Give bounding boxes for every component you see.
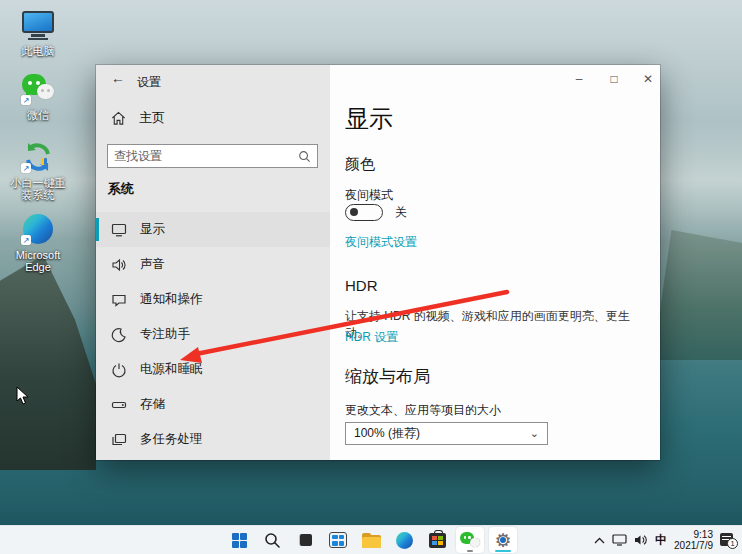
scale-dropdown-value: 100% (推荐) — [354, 425, 420, 442]
file-explorer-button[interactable] — [357, 527, 385, 553]
active-indicator — [495, 550, 511, 553]
sidebar-item-label: 多任务处理 — [140, 431, 203, 448]
desktop-icon-label: Microsoft Edge — [6, 249, 70, 273]
sidebar-section-system: 系统 — [108, 180, 134, 198]
wechat-taskbar-button[interactable] — [456, 527, 484, 553]
desktop-cliff — [0, 255, 96, 470]
xiaobai-reinstall-icon: ↗ — [20, 140, 56, 174]
sidebar-item-label: 显示 — [140, 221, 165, 238]
power-icon — [110, 361, 127, 378]
sidebar-item-label: 通知和操作 — [140, 291, 203, 308]
window-title: 设置 — [137, 74, 161, 91]
sidebar-item-power-sleep[interactable]: 电源和睡眠 — [96, 352, 330, 387]
taskbar-search-button[interactable] — [258, 527, 286, 553]
sidebar-item-home[interactable]: 主页 — [110, 109, 165, 127]
maximize-button[interactable]: □ — [601, 69, 627, 89]
sidebar-item-sound[interactable]: 声音 — [96, 247, 330, 282]
notification-badge: 1 — [727, 538, 738, 549]
store-icon — [429, 533, 446, 548]
sidebar-item-multitasking[interactable]: 多任务处理 — [96, 422, 330, 457]
color-section-heading: 颜色 — [345, 155, 375, 174]
hdr-settings-link[interactable]: HDR 设置 — [345, 329, 398, 346]
display-icon — [110, 221, 127, 238]
sidebar-item-label: 电源和睡眠 — [140, 361, 203, 378]
taskbar: ⚙ 中 9:13 2021/7/9 1 — [0, 525, 742, 554]
desktop-hill — [656, 230, 742, 360]
wechat-icon — [460, 531, 480, 549]
taskbar-center-icons: ⚙ — [225, 526, 517, 554]
notification-center-button[interactable]: 1 — [720, 533, 737, 548]
desktop-icon-xiaobai[interactable]: ↗ 小白一键重装系统 — [6, 140, 70, 201]
running-indicator — [467, 550, 473, 553]
sidebar-item-label: 专注助手 — [140, 326, 190, 343]
night-light-toggle[interactable] — [345, 204, 383, 221]
settings-sidebar: 主页 系统 显示 — [96, 65, 330, 460]
desktop: 此电脑 ↗ 微信 ↗ 小白一键重装系统 ↗ Microsoft Edge — [0, 0, 742, 554]
microsoft-store-button[interactable] — [423, 527, 451, 553]
focus-assist-icon — [110, 326, 127, 343]
ime-indicator[interactable]: 中 — [655, 532, 667, 549]
notifications-icon — [110, 291, 127, 308]
desktop-icon-label: 此电脑 — [22, 45, 55, 57]
edge-button[interactable] — [390, 527, 418, 553]
sidebar-nav: 显示 声音 通知和操作 — [96, 212, 330, 457]
night-light-label: 夜间模式 — [345, 187, 393, 204]
page-title: 显示 — [345, 103, 393, 135]
toggle-state-label: 关 — [395, 204, 407, 221]
edge-icon: ↗ — [20, 212, 56, 246]
wechat-icon: ↗ — [20, 72, 56, 106]
settings-taskbar-button[interactable]: ⚙ — [489, 527, 517, 553]
tray-clock[interactable]: 9:13 2021/7/9 — [674, 529, 713, 552]
edge-icon — [396, 532, 413, 549]
widgets-button[interactable] — [324, 527, 352, 553]
sidebar-item-display[interactable]: 显示 — [96, 212, 330, 247]
start-button[interactable] — [225, 527, 253, 553]
home-icon — [110, 110, 127, 127]
gear-icon: ⚙ — [493, 530, 513, 550]
close-button[interactable]: ✕ — [635, 69, 661, 89]
sound-icon — [110, 256, 127, 273]
search-icon[interactable] — [298, 150, 311, 163]
scale-size-label: 更改文本、应用等项目的大小 — [345, 402, 501, 419]
desktop-icon-edge[interactable]: ↗ Microsoft Edge — [6, 212, 70, 273]
tray-date: 2021/7/9 — [674, 540, 713, 552]
windows-logo-icon — [232, 533, 247, 548]
desktop-icon-wechat[interactable]: ↗ 微信 — [6, 72, 70, 121]
sidebar-item-label: 声音 — [140, 256, 165, 273]
tray-chevron-up-icon[interactable] — [594, 537, 605, 544]
chevron-down-icon: ⌄ — [530, 427, 539, 440]
search-input[interactable] — [108, 149, 298, 163]
tray-time: 9:13 — [674, 529, 713, 541]
sidebar-item-storage[interactable]: 存储 — [96, 387, 330, 422]
desktop-icon-label: 小白一键重装系统 — [6, 177, 70, 201]
sidebar-item-notifications[interactable]: 通知和操作 — [96, 282, 330, 317]
this-pc-icon — [20, 8, 56, 42]
task-view-button[interactable] — [291, 527, 319, 553]
network-icon[interactable] — [612, 534, 627, 546]
volume-icon[interactable] — [634, 534, 648, 546]
shortcut-arrow-icon: ↗ — [21, 163, 31, 173]
desktop-icon-this-pc[interactable]: 此电脑 — [6, 8, 70, 57]
mouse-cursor — [16, 386, 29, 405]
sidebar-item-focus-assist[interactable]: 专注助手 — [96, 317, 330, 352]
folder-icon — [362, 533, 381, 548]
night-light-settings-link[interactable]: 夜间模式设置 — [345, 234, 417, 251]
toggle-knob — [350, 208, 358, 216]
back-button[interactable]: ← — [108, 70, 128, 90]
search-icon — [264, 532, 281, 549]
settings-search-box — [107, 144, 318, 168]
shortcut-arrow-icon: ↗ — [21, 95, 31, 105]
sidebar-item-label: 存储 — [140, 396, 165, 413]
multitasking-icon — [110, 431, 127, 448]
scale-section-heading: 缩放与布局 — [345, 365, 430, 388]
hdr-section-heading: HDR — [345, 277, 378, 294]
scale-dropdown[interactable]: 100% (推荐) ⌄ — [345, 422, 548, 445]
settings-content: 显示 颜色 夜间模式 关 夜间模式设置 HDR 让支持 HDR 的视频、游戏和应… — [330, 65, 660, 460]
storage-icon — [110, 396, 127, 413]
desktop-icon-label: 微信 — [27, 109, 49, 121]
taskbar-tray: 中 9:13 2021/7/9 1 — [594, 526, 737, 554]
selected-accent-bar — [96, 218, 99, 241]
sidebar-home-label: 主页 — [139, 109, 165, 127]
shortcut-arrow-icon: ↗ — [21, 235, 31, 245]
minimize-button[interactable]: – — [566, 69, 592, 89]
